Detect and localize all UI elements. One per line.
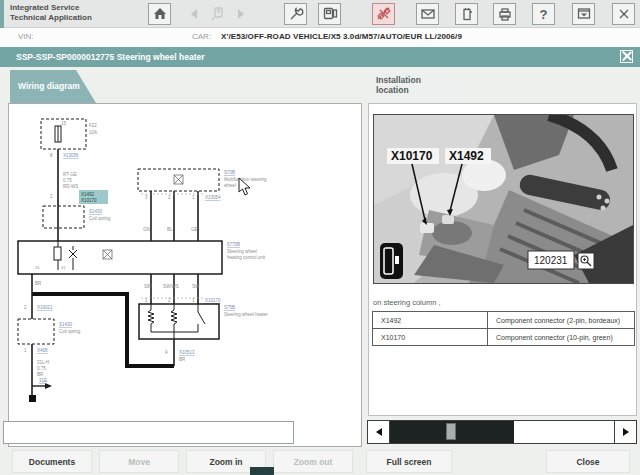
scroll-left-button[interactable] xyxy=(368,421,390,443)
heater-label: Steering wheel heater xyxy=(224,312,268,317)
full-screen-label: Full screen xyxy=(387,457,432,467)
heater-out-wire: BR xyxy=(179,357,186,362)
tab-wiring-label: Wiring diagram xyxy=(18,81,80,91)
table-caption: on steering column , xyxy=(373,298,441,307)
zoom-out-label: Zoom out xyxy=(294,457,333,467)
coil-spring-2-link[interactable]: S1430 xyxy=(59,322,73,327)
cu-pin-41: 41 xyxy=(61,265,66,270)
wrench-icon xyxy=(288,6,304,22)
help-button[interactable]: ? xyxy=(532,3,555,25)
measuring-device-icon xyxy=(322,6,338,22)
diagram-horizontal-scrollbar[interactable] xyxy=(3,421,294,444)
component-icon xyxy=(174,175,183,184)
wire-low-3: SW xyxy=(192,284,200,289)
mf-wheel-link[interactable]: S70B xyxy=(224,170,235,175)
vehicle-bar: VIN: CAR: X'/E53/OFF-ROAD VEHICLE/X5 3.0… xyxy=(0,28,640,47)
help-icon: ? xyxy=(540,7,548,22)
gb-pin-1: 1 xyxy=(24,348,27,353)
coil-spring-1-link[interactable]: S1430 xyxy=(89,209,103,214)
photo-zoom-button[interactable] xyxy=(578,253,594,269)
print-button[interactable] xyxy=(493,3,516,25)
fuse-rating: 10A xyxy=(89,130,97,135)
messages-button[interactable] xyxy=(416,3,439,25)
close-label: Close xyxy=(576,457,599,467)
table-row[interactable]: X1492 Component connector (2-pin, bordea… xyxy=(373,312,635,329)
wiring-diagram-svg: 15 F22 10A 8 X13056 RT-GE 0.75 RD-WS X14… xyxy=(9,104,361,446)
highlight-code-1[interactable]: X1492 xyxy=(81,192,95,197)
control-unit-link[interactable]: 6770B xyxy=(227,242,240,247)
wire-label-2: 0.75 xyxy=(63,178,72,183)
wire-mid-2: BL xyxy=(167,227,173,232)
gb-conn-link[interactable]: X10021 xyxy=(37,305,53,310)
minimize-window-button[interactable] xyxy=(572,3,595,25)
gb-wire-3: BR xyxy=(37,372,44,377)
full-screen-button[interactable]: Full screen xyxy=(366,450,452,473)
gb-wire-1: 31L-H xyxy=(37,360,49,365)
app-title-line2: Technical Application xyxy=(10,13,92,23)
ground-wire-label: BR xyxy=(35,281,42,286)
back-icon xyxy=(187,7,201,21)
ground-symbol xyxy=(32,383,52,389)
tab-wiring-diagram[interactable]: Wiring diagram xyxy=(10,70,96,103)
mf-pin-3: 3 xyxy=(145,195,148,200)
diagnostic-plug-icon xyxy=(209,6,225,22)
ground-terminal xyxy=(29,395,36,402)
workshop-button[interactable] xyxy=(284,3,307,25)
coil-spring-box-1 xyxy=(43,206,84,228)
document-close-icon[interactable] xyxy=(620,50,633,63)
installation-location-panel: X10170 X1492 120231 xyxy=(368,103,637,416)
scrollbar-thumb[interactable] xyxy=(446,423,456,440)
coil-spring-1-label: Coil spring xyxy=(89,216,111,221)
vin-label: VIN: xyxy=(18,32,34,41)
documents-button[interactable]: Documents xyxy=(12,450,92,473)
heater-conn-link[interactable]: X10170 xyxy=(205,298,221,303)
forward-button xyxy=(229,3,252,25)
scroll-left-icon xyxy=(374,427,384,437)
connection-lost-icon xyxy=(376,6,392,22)
wiring-diagram-panel[interactable]: 15 F22 10A 8 X13056 RT-GE 0.75 RD-WS X14… xyxy=(8,103,362,447)
app-title: Integrated Service Technical Application xyxy=(10,3,92,23)
conn-fuse-link[interactable]: X13056 xyxy=(63,153,79,158)
wire-mid-3: GE xyxy=(191,227,198,232)
heater-link[interactable]: S75B xyxy=(224,305,235,310)
scrollbar-track[interactable] xyxy=(390,421,614,443)
wire-label-3: RD-WS xyxy=(63,184,78,189)
mf-conn-link[interactable]: X13054 xyxy=(205,195,221,200)
scroll-right-button[interactable] xyxy=(614,421,636,443)
heater-conn-pin-3: 1 xyxy=(192,298,195,303)
photo-ref-box: 120231 xyxy=(528,251,574,269)
zoom-out-button: Zoom out xyxy=(273,450,353,473)
close-button[interactable]: Close xyxy=(546,450,630,473)
installation-horizontal-scrollbar[interactable] xyxy=(367,420,637,444)
close-application-button[interactable] xyxy=(612,3,635,25)
home-button[interactable] xyxy=(148,3,171,25)
table-row[interactable]: X10170 Component connector (10-pin, gree… xyxy=(373,329,635,346)
car-position-icon xyxy=(380,243,403,279)
ground-link[interactable]: 31E xyxy=(39,378,47,383)
battery-button[interactable] xyxy=(455,3,478,25)
battery-icon xyxy=(459,6,475,22)
scroll-right-icon xyxy=(621,427,631,437)
printer-icon xyxy=(497,6,513,22)
connection-lost-button[interactable] xyxy=(372,3,395,25)
gb-pin-2: 2 xyxy=(24,305,27,310)
heater-out-conn-link[interactable]: X10513 xyxy=(179,350,195,355)
heater-pin-4: 4 xyxy=(165,350,168,355)
heater-conn-pin-1: 1 xyxy=(145,298,148,303)
document-title-bar: SSP-SSP-SP0000012775 Steering wheel heat… xyxy=(0,47,640,67)
connector-table: X1492 Component connector (2-pin, bordea… xyxy=(372,311,635,346)
mail-icon xyxy=(420,6,436,22)
coil-spring-2-label: Coil spring xyxy=(59,329,81,334)
mf-pin-2: 2 xyxy=(168,195,171,200)
control-unit-label-2: heating control unit xyxy=(227,255,266,260)
installation-photo[interactable]: X10170 X1492 120231 xyxy=(373,114,634,284)
heater-conn-pin-2: 2 xyxy=(168,298,171,303)
measuring-device-button[interactable] xyxy=(318,3,341,25)
tab-installation-location[interactable]: Installation location xyxy=(368,70,462,105)
wire-mid-1: GN xyxy=(143,227,150,232)
highlight-code-2[interactable]: X10170 xyxy=(81,198,97,203)
mf-pin-1: 1 xyxy=(192,195,195,200)
gb-out-conn-link[interactable]: X468 xyxy=(37,348,48,353)
photo-ref-text: 120231 xyxy=(534,255,568,266)
wire-low-2: SW/WS xyxy=(163,284,179,289)
